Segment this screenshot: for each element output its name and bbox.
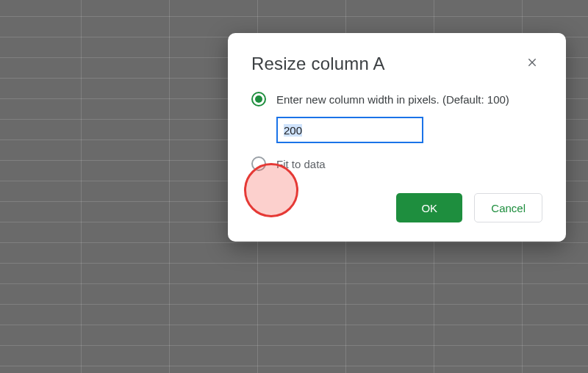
option-enter-width[interactable]: Enter new column width in pixels. (Defau… [251,92,542,106]
dialog-button-row: OK Cancel [251,193,542,222]
option-enter-width-label: Enter new column width in pixels. (Defau… [276,93,509,106]
dialog-title: Resize column A [251,54,385,74]
dialog-header: Resize column A [251,54,542,74]
option-fit-to-data[interactable]: Fit to data [251,156,542,171]
close-button[interactable] [522,54,542,74]
radio-fit-to-data[interactable] [251,156,266,171]
resize-column-dialog: Resize column A Enter new column width i… [228,33,566,242]
radio-enter-width[interactable] [251,92,266,106]
cancel-button[interactable]: Cancel [474,193,542,222]
column-width-input[interactable] [276,117,423,143]
close-icon [526,57,538,71]
ok-button[interactable]: OK [396,193,462,222]
option-fit-to-data-label: Fit to data [276,158,326,170]
